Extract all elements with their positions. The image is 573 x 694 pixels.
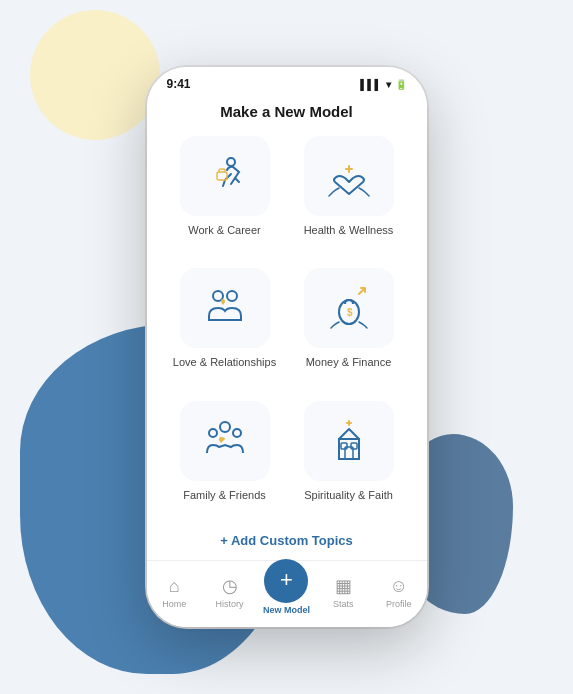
wifi-icon: ▾ <box>386 79 391 90</box>
svg-rect-11 <box>341 443 347 449</box>
spirituality-faith-icon <box>325 417 373 465</box>
screen-title: Make a New Model <box>147 95 427 136</box>
topic-money-finance[interactable]: $ Money & Finance <box>295 268 403 384</box>
health-wellness-label: Health & Wellness <box>304 224 394 236</box>
history-icon: ◷ <box>222 575 238 597</box>
signal-icon: ▌▌▌ <box>360 79 381 90</box>
profile-icon: ☺ <box>390 576 408 597</box>
home-icon: ⌂ <box>169 576 180 597</box>
topic-love-relationships[interactable]: Love & Relationships <box>171 268 279 384</box>
work-career-icon-box <box>180 136 270 216</box>
stats-icon: ▦ <box>335 575 352 597</box>
nav-item-new-model[interactable]: + New Model <box>263 569 310 615</box>
bottom-navigation: ⌂ Home ◷ History + New Model ▦ Stats ☺ P… <box>147 560 427 627</box>
money-finance-label: Money & Finance <box>306 356 392 368</box>
new-model-button[interactable]: + <box>264 559 308 603</box>
profile-nav-label: Profile <box>386 599 412 609</box>
status-time: 9:41 <box>167 77 191 91</box>
family-friends-icon <box>201 417 249 465</box>
svg-point-8 <box>233 429 241 437</box>
family-friends-icon-box <box>180 401 270 481</box>
history-nav-label: History <box>216 599 244 609</box>
nav-item-history[interactable]: ◷ History <box>208 575 252 609</box>
love-relationships-icon-box <box>180 268 270 348</box>
home-nav-label: Home <box>162 599 186 609</box>
svg-point-7 <box>209 429 217 437</box>
svg-point-6 <box>220 422 230 432</box>
battery-icon: 🔋 <box>395 79 407 90</box>
bg-yellow-circle <box>30 10 160 140</box>
phone-frame: 9:41 ▌▌▌ ▾ 🔋 Make a New Model <box>147 67 427 627</box>
love-relationships-icon <box>201 284 249 332</box>
add-custom-topics-button[interactable]: + Add Custom Topics <box>147 517 427 560</box>
nav-item-home[interactable]: ⌂ Home <box>152 576 196 609</box>
new-model-nav-label: New Model <box>263 605 310 615</box>
love-relationships-label: Love & Relationships <box>173 356 276 368</box>
nav-item-profile[interactable]: ☺ Profile <box>377 576 421 609</box>
health-wellness-icon <box>325 152 373 200</box>
svg-rect-12 <box>351 443 357 449</box>
svg-point-0 <box>227 158 235 166</box>
status-bar: 9:41 ▌▌▌ ▾ 🔋 <box>147 67 427 95</box>
spirituality-faith-icon-box <box>304 401 394 481</box>
health-wellness-icon-box <box>304 136 394 216</box>
topics-grid: Work & Career Health & Wellness <box>147 136 427 517</box>
svg-text:$: $ <box>347 307 353 318</box>
spirituality-faith-label: Spirituality & Faith <box>304 489 393 501</box>
family-friends-label: Family & Friends <box>183 489 266 501</box>
topic-family-friends[interactable]: Family & Friends <box>171 401 279 517</box>
money-finance-icon: $ <box>325 284 373 332</box>
nav-item-stats[interactable]: ▦ Stats <box>321 575 365 609</box>
topic-spirituality-faith[interactable]: Spirituality & Faith <box>295 401 403 517</box>
phone-screen: 9:41 ▌▌▌ ▾ 🔋 Make a New Model <box>147 67 427 627</box>
work-career-label: Work & Career <box>188 224 261 236</box>
svg-point-3 <box>227 291 237 301</box>
plus-icon: + <box>280 569 293 591</box>
stats-nav-label: Stats <box>333 599 354 609</box>
status-icons: ▌▌▌ ▾ 🔋 <box>360 79 406 90</box>
topic-health-wellness[interactable]: Health & Wellness <box>295 136 403 252</box>
topic-work-career[interactable]: Work & Career <box>171 136 279 252</box>
work-career-icon <box>201 152 249 200</box>
money-finance-icon-box: $ <box>304 268 394 348</box>
